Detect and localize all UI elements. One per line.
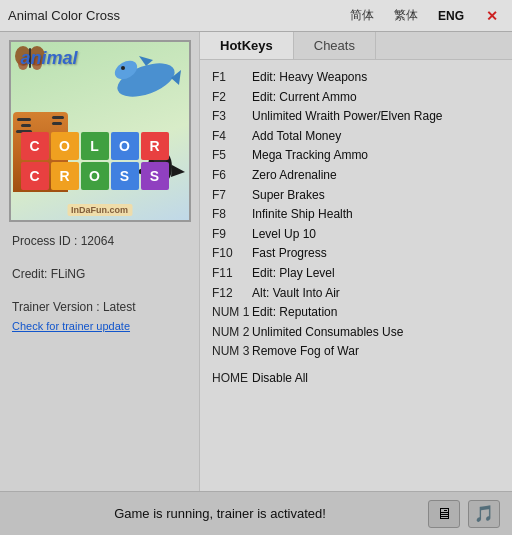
cheat-item: F5Mega Tracking Ammo: [212, 146, 500, 165]
trainer-version: Trainer Version : Latest: [12, 300, 187, 314]
right-panel: HotKeys Cheats F1Edit: Heavy WeaponsF2Ed…: [200, 32, 512, 491]
left-panel: animal COLORCROSS InDaFun.com Process ID…: [0, 32, 200, 491]
cheat-desc: Unlimited Wraith Power/Elven Rage: [252, 107, 443, 126]
credit: Credit: FLiNG: [12, 267, 187, 281]
process-info: Process ID : 12064 Credit: FLiNG Trainer…: [8, 226, 191, 341]
cheat-desc: Remove Fog of War: [252, 342, 359, 361]
status-bar: Game is running, trainer is activated! 🖥…: [0, 491, 512, 535]
cheat-key: F7: [212, 186, 252, 205]
lang-english[interactable]: ENG: [434, 7, 468, 25]
cheat-key: F12: [212, 284, 252, 303]
art-grid-cell: O: [111, 132, 139, 160]
art-grid: COLORCROSS: [21, 132, 169, 190]
cheat-desc: Alt: Vault Into Air: [252, 284, 340, 303]
cheat-item: HOMEDisable All: [212, 369, 500, 388]
art-grid-cell: O: [51, 132, 79, 160]
cheat-item: F1Edit: Heavy Weapons: [212, 68, 500, 87]
cheat-desc: Edit: Reputation: [252, 303, 337, 322]
cheat-item: F2Edit: Current Ammo: [212, 88, 500, 107]
cheat-item: F6Zero Adrenaline: [212, 166, 500, 185]
music-icon-button[interactable]: 🎵: [468, 500, 500, 528]
svg-marker-9: [171, 165, 185, 177]
cheat-key: F5: [212, 146, 252, 165]
status-icons: 🖥 🎵: [428, 500, 500, 528]
cheat-key: HOME: [212, 369, 252, 388]
cheat-desc: Fast Progress: [252, 244, 327, 263]
art-grid-cell: S: [141, 162, 169, 190]
art-grid-cell: O: [81, 162, 109, 190]
process-id: Process ID : 12064: [12, 234, 187, 248]
cheat-key: F4: [212, 127, 252, 146]
cheat-item: F11Edit: Play Level: [212, 264, 500, 283]
cheat-key: NUM 2: [212, 323, 252, 342]
cheat-item: F9Level Up 10: [212, 225, 500, 244]
tab-cheats[interactable]: Cheats: [294, 32, 376, 59]
cheat-item: F8Infinite Ship Health: [212, 205, 500, 224]
cheat-item: F10Fast Progress: [212, 244, 500, 263]
cheat-key: NUM 1: [212, 303, 252, 322]
lang-simplified[interactable]: 简体: [346, 5, 378, 26]
monitor-icon-button[interactable]: 🖥: [428, 500, 460, 528]
cheat-key: F6: [212, 166, 252, 185]
cheat-key: F8: [212, 205, 252, 224]
cheat-desc: Add Total Money: [252, 127, 341, 146]
game-art-container: animal COLORCROSS InDaFun.com: [9, 40, 191, 222]
watermark: InDaFun.com: [67, 204, 132, 216]
cheat-desc: Level Up 10: [252, 225, 316, 244]
status-message: Game is running, trainer is activated!: [12, 506, 428, 521]
cheat-desc: Unlimited Consumables Use: [252, 323, 403, 342]
close-button[interactable]: ✕: [480, 6, 504, 26]
cheat-desc: Zero Adrenaline: [252, 166, 337, 185]
cheat-key: F3: [212, 107, 252, 126]
cheat-desc: Infinite Ship Health: [252, 205, 353, 224]
cheat-item: NUM 1Edit: Reputation: [212, 303, 500, 322]
art-grid-cell: C: [21, 162, 49, 190]
cheat-desc: Edit: Play Level: [252, 264, 335, 283]
lang-traditional[interactable]: 繁体: [390, 5, 422, 26]
art-game-title: animal: [21, 48, 78, 69]
cheat-key: F2: [212, 88, 252, 107]
tab-bar: HotKeys Cheats: [200, 32, 512, 60]
cheat-desc: Disable All: [252, 369, 308, 388]
art-grid-cell: R: [51, 162, 79, 190]
tab-hotkeys[interactable]: HotKeys: [200, 32, 294, 59]
title-bar-left: Animal Color Cross: [8, 8, 120, 23]
cheat-item: F4Add Total Money: [212, 127, 500, 146]
dolphin-art: [111, 50, 181, 105]
art-grid-cell: R: [141, 132, 169, 160]
cheat-item: F3Unlimited Wraith Power/Elven Rage: [212, 107, 500, 126]
cheat-key: F1: [212, 68, 252, 87]
cheat-item: F7Super Brakes: [212, 186, 500, 205]
cheats-list: F1Edit: Heavy WeaponsF2Edit: Current Amm…: [200, 60, 512, 491]
game-art: animal COLORCROSS InDaFun.com: [11, 42, 189, 220]
cheat-desc: Edit: Current Ammo: [252, 88, 357, 107]
art-grid-cell: S: [111, 162, 139, 190]
cheat-item: F12Alt: Vault Into Air: [212, 284, 500, 303]
cheat-desc: Super Brakes: [252, 186, 325, 205]
cheat-key: NUM 3: [212, 342, 252, 361]
art-grid-cell: L: [81, 132, 109, 160]
update-link[interactable]: Check for trainer update: [12, 320, 130, 332]
cheat-desc: Mega Tracking Ammo: [252, 146, 368, 165]
title-bar-right: 简体 繁体 ENG ✕: [346, 5, 504, 26]
cheat-item: NUM 3Remove Fog of War: [212, 342, 500, 361]
cheat-item: NUM 2Unlimited Consumables Use: [212, 323, 500, 342]
svg-point-4: [121, 66, 125, 70]
cheat-key: F10: [212, 244, 252, 263]
art-grid-cell: C: [21, 132, 49, 160]
cheat-key: F11: [212, 264, 252, 283]
cheat-key: F9: [212, 225, 252, 244]
app-title: Animal Color Cross: [8, 8, 120, 23]
main-area: animal COLORCROSS InDaFun.com Process ID…: [0, 32, 512, 491]
cheat-desc: Edit: Heavy Weapons: [252, 68, 367, 87]
title-bar: Animal Color Cross 简体 繁体 ENG ✕: [0, 0, 512, 32]
